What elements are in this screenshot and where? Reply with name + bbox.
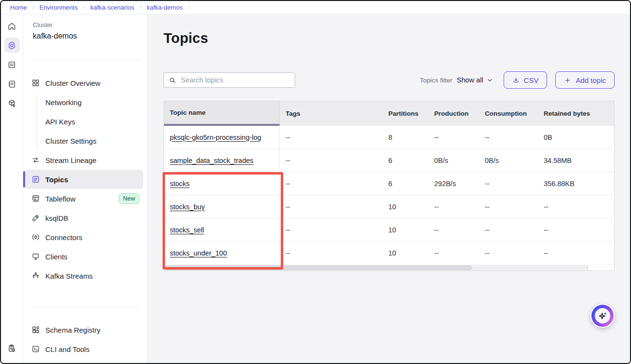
table-cell-partitions: 10	[383, 195, 428, 218]
plus-icon	[564, 77, 571, 84]
table-row-topic-name-cell: sample_data_stock_trades	[164, 149, 280, 172]
topic-link[interactable]: stocks_sell	[170, 226, 204, 234]
horizontal-scrollbar	[164, 265, 614, 270]
sidebar-item-connectors[interactable]: Connectors	[25, 228, 143, 247]
environments-icon[interactable]	[4, 95, 20, 111]
cluster-name: kafka-demos	[23, 29, 147, 42]
cluster-sidebar: Cluster kafka-demos Cluster Overview Net…	[23, 14, 148, 363]
table-row-topic-name-cell: pksqlc-gko5rn-processing-log	[164, 126, 280, 149]
cluster-icon[interactable]	[4, 38, 20, 53]
table-cell-consumption: --	[479, 126, 538, 149]
topic-link[interactable]: stocks	[170, 180, 190, 188]
column-header-partitions[interactable]: Partitions	[383, 101, 428, 126]
chevron-right-icon: ›	[83, 4, 85, 11]
breadcrumb-cluster[interactable]: kafka-demos	[147, 4, 182, 11]
ai-gradient-ring	[591, 305, 614, 327]
sidebar-item-label: CLI and Tools	[45, 345, 89, 353]
home-icon[interactable]	[4, 18, 20, 34]
sidebar-item-label: ksqlDB	[45, 214, 69, 222]
topic-link[interactable]: sample_data_stock_trades	[170, 157, 253, 164]
breadcrumb-home[interactable]: Home	[10, 4, 27, 11]
sidebar-item-cluster-overview[interactable]: Cluster Overview	[25, 73, 143, 93]
table-cell-retained-bytes: 0B	[538, 126, 614, 149]
topics-filter-select[interactable]: Show all	[457, 76, 493, 84]
breadcrumb: Home › Environments › kafka-scenarios › …	[1, 1, 630, 14]
table-row-topic-name-cell: stocks	[164, 172, 280, 195]
topic-link[interactable]: stocks_under_100	[170, 249, 227, 257]
cluster-overview-subgroup: Networking API Keys Cluster Settings	[23, 93, 143, 150]
ai-assistant-button[interactable]	[590, 304, 615, 328]
add-topic-button-label: Add topic	[576, 76, 606, 84]
sidebar-item-label: Tableflow	[45, 195, 76, 203]
divider	[31, 60, 139, 60]
scrollbar-corner	[588, 265, 614, 270]
scrollbar-thumb[interactable]	[165, 266, 472, 270]
topics-toolbar: Topics filter Show all CSV Add topic	[164, 71, 615, 89]
table-row-topic-name-cell: stocks_under_100	[164, 242, 280, 265]
add-topic-button[interactable]: Add topic	[555, 71, 615, 89]
notebook-icon[interactable]	[4, 76, 20, 92]
scrollbar-track[interactable]	[164, 265, 588, 270]
topics-page: Topics Topics filter Show all CSV	[148, 14, 630, 363]
breadcrumb-environment[interactable]: kafka-scenarios	[90, 4, 134, 11]
table-cell-partitions: 10	[383, 218, 428, 242]
table-cell-tags: --	[280, 218, 383, 242]
breadcrumb-environments[interactable]: Environments	[40, 4, 78, 11]
sidebar-item-label: Cluster Settings	[45, 137, 96, 145]
table-cell-production: --	[428, 195, 479, 218]
sidebar-item-api-keys[interactable]: API Keys	[25, 112, 143, 131]
sidebar-item-tableflow[interactable]: Tableflow New	[25, 189, 143, 208]
terminal-icon	[31, 345, 40, 353]
column-header-topic-name[interactable]: Topic name	[164, 101, 280, 126]
table-cell-partitions: 10	[383, 242, 428, 265]
sidebar-item-label: API Keys	[45, 118, 75, 126]
table-cell-retained-bytes: --	[538, 195, 614, 218]
table-cell-production: 0B/s	[428, 149, 479, 172]
topics-doc-icon	[31, 175, 40, 184]
sidebar-item-cli-and-tools[interactable]: CLI and Tools	[25, 339, 143, 359]
monitor-icon	[31, 252, 40, 261]
search-topics-input[interactable]	[180, 76, 290, 84]
clipboard-icon[interactable]	[4, 340, 20, 356]
table-cell-consumption: --	[479, 218, 538, 242]
chevron-right-icon: ›	[139, 4, 141, 11]
sidebar-item-kafka-streams[interactable]: Kafka Streams	[25, 266, 143, 285]
search-topics-box	[164, 72, 295, 88]
grid-overview-icon	[31, 79, 40, 87]
table-cell-production: --	[428, 218, 479, 242]
topics-filter-value: Show all	[457, 76, 483, 84]
schema-grid-icon	[31, 325, 40, 334]
sidebar-item-schema-registry[interactable]: Schema Registry	[25, 320, 143, 339]
table-cell-production: --	[428, 126, 479, 149]
sidebar-item-label: Stream Lineage	[45, 156, 96, 164]
sidebar-item-clients[interactable]: Clients	[25, 247, 143, 266]
column-header-retained-bytes[interactable]: Retained bytes	[538, 101, 614, 126]
sidebar-item-topics[interactable]: Topics	[25, 170, 143, 189]
divider	[31, 307, 139, 308]
sidebar-item-networking[interactable]: Networking	[25, 93, 143, 112]
cluster-label: Cluster	[23, 21, 147, 29]
table-cell-consumption: 0B/s	[479, 149, 538, 172]
table-cell-retained-bytes: --	[538, 218, 614, 242]
chevron-down-icon	[487, 77, 493, 83]
notes-icon[interactable]	[4, 57, 20, 72]
csv-download-button[interactable]: CSV	[504, 71, 548, 89]
table-cell-partitions: 6	[383, 172, 428, 195]
column-header-tags[interactable]: Tags	[280, 101, 383, 126]
confluent-cloud-window: Home › Environments › kafka-scenarios › …	[0, 0, 631, 364]
cluster-menu: Cluster Overview Networking API Keys Clu…	[23, 73, 147, 285]
sidebar-item-ksqldb[interactable]: ksqlDB	[25, 208, 143, 228]
sidebar-item-label: Topics	[45, 175, 68, 184]
sidebar-item-label: Networking	[45, 98, 82, 107]
rocket-icon	[31, 214, 40, 222]
table-cell-partitions: 6	[383, 149, 428, 172]
topic-link[interactable]: pksqlc-gko5rn-processing-log	[170, 134, 261, 141]
sidebar-item-stream-lineage[interactable]: Stream Lineage	[25, 150, 143, 170]
topic-link[interactable]: stocks_buy	[170, 203, 205, 211]
column-header-production[interactable]: Production	[428, 101, 479, 126]
icon-rail	[1, 14, 23, 363]
sidebar-footer-menu: Schema Registry CLI and Tools	[23, 320, 147, 359]
sidebar-item-label: Connectors	[45, 233, 82, 242]
sidebar-item-cluster-settings[interactable]: Cluster Settings	[25, 131, 143, 150]
column-header-consumption[interactable]: Consumption	[479, 101, 538, 126]
